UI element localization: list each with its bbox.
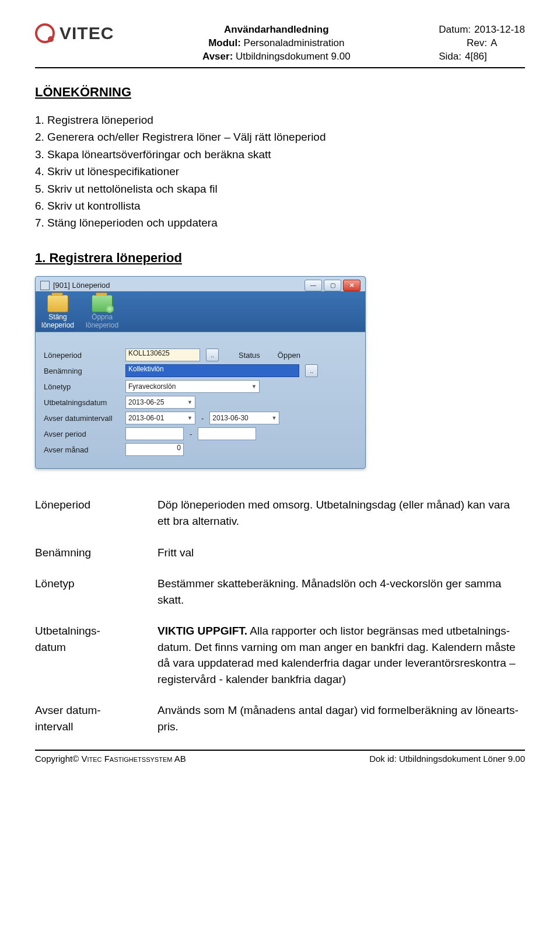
list-item: 5. Skriv ut nettolönelista och skapa fil bbox=[35, 180, 525, 197]
close-period-button[interactable]: Stänglöneperiod bbox=[41, 295, 74, 330]
lookup-button[interactable]: .. bbox=[206, 349, 219, 361]
interval-to-input[interactable]: 2013-06-30 ▼ bbox=[209, 412, 279, 424]
window-maximize-button[interactable]: ▢ bbox=[324, 280, 341, 291]
lonetyp-select[interactable]: Fyraveckorslön ▼ bbox=[125, 380, 260, 393]
form: Löneperiod KOLL130625 .. Status Öppen Be… bbox=[36, 332, 365, 468]
list-item: 7. Stäng löneperioden och uppdatera bbox=[35, 214, 525, 231]
chevron-down-icon: ▼ bbox=[251, 384, 257, 389]
toolbar: Stänglöneperiod Öppnalöneperiod bbox=[36, 291, 365, 333]
label-lonetyp: Lönetyp bbox=[44, 382, 120, 391]
chevron-down-icon: ▼ bbox=[187, 399, 192, 405]
window-titlebar: [901] Löneperiod — ▢ ✕ bbox=[36, 277, 365, 291]
label-status: Status bbox=[239, 351, 260, 360]
utbetdatum-input[interactable]: 2013-06-25 ▼ bbox=[125, 396, 195, 409]
sub-section-title: 1. Registrera löneperiod bbox=[35, 250, 525, 266]
logo-mark-icon bbox=[35, 23, 55, 43]
def-desc: Fritt val bbox=[158, 545, 525, 561]
period-from-input[interactable] bbox=[125, 427, 184, 440]
list-item: 6. Skriv ut kontrollista bbox=[35, 197, 525, 214]
label-utbetdatum: Utbetalningsdatum bbox=[44, 398, 120, 407]
interval-separator: - bbox=[201, 414, 204, 423]
status-value: Öppen bbox=[278, 351, 300, 360]
footer: Copyright© Vitec Fastighetssystem AB Dok… bbox=[35, 750, 525, 764]
window-minimize-button[interactable]: — bbox=[304, 280, 322, 291]
folder-close-icon bbox=[47, 295, 68, 312]
app-window: [901] Löneperiod — ▢ ✕ Stänglöneperiod Ö… bbox=[35, 276, 366, 469]
footer-left: Copyright© Vitec Fastighetssystem AB bbox=[35, 754, 186, 764]
def-desc: Döp löneperioden med omsorg. Utbetalning… bbox=[158, 497, 525, 529]
list-item: 4. Skriv ut lönespecifikationer bbox=[35, 163, 525, 180]
window-close-button[interactable]: ✕ bbox=[343, 280, 360, 291]
interval-from-input[interactable]: 2013-06-01 ▼ bbox=[125, 412, 195, 424]
lookup-button[interactable]: .. bbox=[305, 364, 318, 377]
logo-text: VITEC bbox=[60, 23, 114, 43]
period-to-input[interactable] bbox=[198, 427, 256, 440]
def-term: Lönetyp bbox=[35, 576, 134, 608]
def-term: Benämning bbox=[35, 545, 134, 561]
label-avser-interval: Avser datumintervall bbox=[44, 414, 120, 423]
def-term: Löneperiod bbox=[35, 497, 134, 529]
list-item: 2. Generera och/eller Registrera löner –… bbox=[35, 128, 525, 145]
label-loneperiod: Löneperiod bbox=[44, 351, 120, 360]
benamning-input[interactable]: Kollektivlön bbox=[125, 364, 299, 377]
chevron-down-icon: ▼ bbox=[187, 415, 192, 421]
avser-manad-input[interactable]: 0 bbox=[125, 443, 184, 456]
open-period-button[interactable]: Öppnalöneperiod bbox=[86, 295, 118, 330]
def-desc: Används som M (månadens antal dagar) vid… bbox=[158, 702, 525, 734]
header-center: Användarhandledning Modul: Personaladmin… bbox=[130, 23, 422, 64]
header-meta: Datum:2013-12-18 Rev:A Sida:4[86] bbox=[439, 23, 525, 64]
loneperiod-input[interactable]: KOLL130625 bbox=[125, 349, 200, 361]
label-benamning: Benämning bbox=[44, 367, 120, 375]
period-separator: - bbox=[190, 430, 192, 438]
window-title: [901] Löneperiod bbox=[53, 281, 110, 290]
steps-list: 1. Registrera löneperiod 2. Generera och… bbox=[35, 112, 525, 232]
label-avser-manad: Avser månad bbox=[44, 445, 120, 454]
section-title: LÖNEKÖRNING bbox=[35, 85, 525, 100]
footer-right: Dok id: Utbildningsdokument Löner 9.00 bbox=[369, 754, 525, 764]
list-item: 3. Skapa löneartsöverföringar och beräkn… bbox=[35, 146, 525, 163]
list-item: 1. Registrera löneperiod bbox=[35, 112, 525, 128]
doc-header: VITEC Användarhandledning Modul: Persona… bbox=[35, 23, 525, 68]
def-desc: VIKTIG UPPGIFT. Alla rapporter och listo… bbox=[158, 623, 525, 687]
doc-title: Användarhandledning bbox=[130, 23, 422, 37]
folder-open-icon bbox=[92, 295, 113, 312]
definition-table: Löneperiod Döp löneperioden med omsorg. … bbox=[35, 497, 525, 734]
chevron-down-icon: ▼ bbox=[271, 415, 276, 421]
def-term: Avser datum- intervall bbox=[35, 702, 134, 734]
window-icon bbox=[40, 281, 50, 290]
vitec-logo: VITEC bbox=[35, 23, 114, 43]
label-avser-period: Avser period bbox=[44, 430, 120, 438]
def-term: Utbetalnings- datum bbox=[35, 623, 134, 687]
def-desc: Bestämmer skatteberäkning. Månadslön och… bbox=[158, 576, 525, 608]
